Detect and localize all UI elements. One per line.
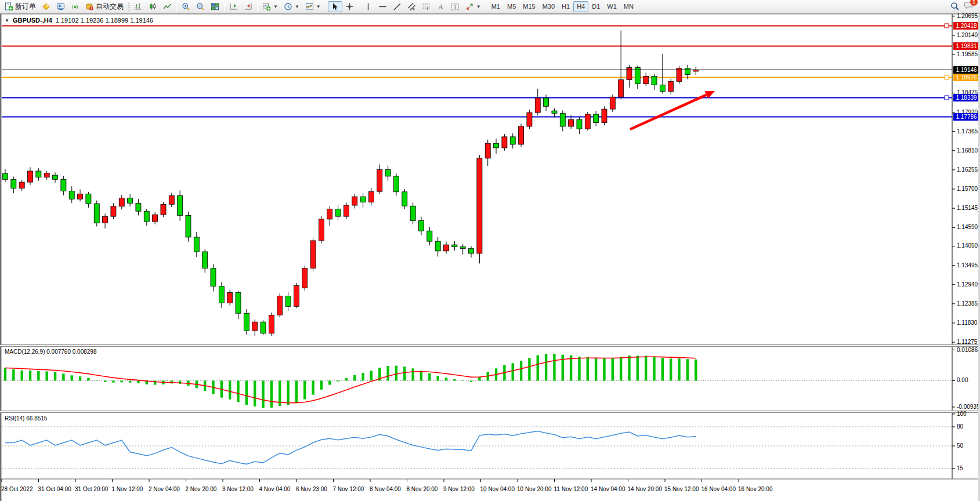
svg-text:A: A: [438, 3, 443, 11]
candle-bullish: [677, 68, 682, 82]
candle-bullish: [269, 315, 274, 333]
vertical-line-tool-button[interactable]: [361, 1, 375, 12]
auto-scroll-button[interactable]: [241, 1, 255, 12]
macd-histogram-bar: [262, 380, 264, 408]
macd-histogram-bar: [578, 357, 580, 380]
price-line-label: 1.18926: [953, 74, 979, 81]
candle-bullish: [310, 241, 316, 268]
y-axis-tick: 1.11830: [957, 320, 977, 326]
x-axis-label: 2 Nov 20:00: [186, 486, 217, 492]
candle-bullish: [343, 205, 349, 216]
x-axis-label: 1 Nov 12:00: [112, 486, 143, 492]
auto-trading-button[interactable]: 自动交易: [82, 1, 126, 12]
macd-histogram-bar: [254, 380, 256, 406]
timeframe-m15-button[interactable]: M15: [519, 1, 538, 12]
candle-bearish: [36, 171, 41, 177]
horizontal-line-tool-button[interactable]: [375, 1, 390, 12]
candle-bullish: [161, 204, 166, 215]
channel-tool-button[interactable]: E: [404, 1, 419, 12]
blue-monitor-button[interactable]: [53, 1, 68, 12]
symbol-timeframe-label: GBPUSD-,H4: [13, 17, 52, 24]
candle-bullish: [477, 158, 482, 253]
candle-bearish: [11, 179, 16, 188]
macd-histogram-bar: [353, 375, 356, 381]
macd-histogram-bar: [245, 380, 248, 405]
line-handle[interactable]: [945, 96, 949, 100]
candle-bearish: [86, 194, 91, 204]
chart-canvas[interactable]: [0, 0, 980, 501]
timeframe-m30-button[interactable]: M30: [539, 1, 558, 12]
clock-icon: [284, 2, 292, 11]
macd-histogram-bar: [587, 357, 589, 381]
line-chart-icon: [163, 2, 172, 11]
macd-histogram-bar: [229, 380, 231, 399]
signals-button[interactable]: [68, 1, 82, 12]
chart-shift-button[interactable]: [226, 1, 241, 12]
macd-histogram-bar: [112, 380, 114, 382]
macd-histogram-bar: [270, 380, 273, 408]
line-handle[interactable]: [945, 24, 949, 28]
price-line-label: 1.19831: [953, 42, 979, 50]
notifications-button[interactable]: 1: [964, 1, 974, 12]
timeframe-mn-button[interactable]: MN: [620, 1, 637, 12]
y-axis-tick: 1.12385: [957, 300, 978, 307]
candle-bearish: [452, 245, 457, 247]
macd-histogram-bar: [562, 355, 564, 381]
crosshair-tool-button[interactable]: [342, 1, 357, 12]
macd-histogram-bar: [295, 380, 298, 402]
yellow-diamond-button[interactable]: [39, 1, 53, 12]
zoom-out-button[interactable]: [193, 1, 208, 12]
text-label-tool-button[interactable]: T: [448, 1, 462, 12]
chart-window[interactable]: ▼ GBPUSD-,H4 1.19102 1.19236 1.18999 1.1…: [0, 0, 980, 501]
macd-histogram-bar: [121, 380, 123, 382]
panel-splitter-rsi[interactable]: [0, 411, 980, 413]
timeframe-m5-button[interactable]: M5: [504, 1, 519, 12]
search-icon[interactable]: [950, 2, 960, 11]
candle-bullish: [627, 68, 632, 80]
candle-bearish: [560, 113, 565, 126]
candle-bullish: [153, 215, 158, 222]
timeframe-w1-button[interactable]: W1: [603, 1, 620, 12]
toolbar-separator: [486, 2, 486, 12]
dropdown-arrow-icon: ▼: [316, 4, 321, 9]
svg-text:E: E: [413, 8, 415, 11]
macd-histogram-bar: [686, 359, 689, 380]
bar-chart-button[interactable]: [131, 1, 146, 12]
fibonacci-tool-button[interactable]: F: [419, 1, 433, 12]
candle-bullish: [78, 194, 83, 199]
line-chart-button[interactable]: [160, 1, 175, 12]
timeframe-d1-button[interactable]: D1: [588, 1, 603, 12]
period-clock-button[interactable]: ▼: [281, 1, 302, 12]
candle-bearish: [469, 249, 474, 253]
rsi-axis-label: 80: [957, 423, 963, 430]
y-axis-tick: 1.20140: [957, 32, 978, 38]
candlestick-chart-button[interactable]: [146, 1, 160, 12]
new-order-button[interactable]: 新订单: [2, 1, 39, 12]
candle-bearish: [202, 252, 208, 268]
macd-histogram-bar: [595, 358, 597, 381]
candle-bullish: [643, 76, 649, 84]
trendline-tool-button[interactable]: [390, 1, 404, 12]
tile-windows-button[interactable]: [208, 1, 222, 12]
text-tool-button[interactable]: A: [433, 1, 448, 12]
timeframe-h1-button[interactable]: H1: [558, 1, 573, 12]
price-line-label: 1.17786: [953, 113, 979, 121]
template-button[interactable]: ▼: [302, 1, 324, 12]
arrows-tool-button[interactable]: ▼: [462, 1, 484, 12]
symbol-dropdown-icon[interactable]: ▼: [5, 18, 9, 23]
x-axis-label: 6 Nov 23:00: [296, 486, 327, 492]
zoom-in-button[interactable]: [179, 1, 193, 12]
svg-text:T: T: [453, 3, 457, 10]
line-handle[interactable]: [945, 75, 949, 79]
panel-splitter-macd[interactable]: [0, 344, 980, 347]
signal-waves-icon: [71, 2, 79, 11]
timeframe-m1-button[interactable]: M1: [488, 1, 504, 12]
text-label-icon: T: [451, 2, 460, 11]
timeframe-h4-button[interactable]: H4: [573, 1, 588, 12]
candle-bearish: [577, 119, 582, 129]
toolbar-grip: [128, 2, 130, 11]
add-object-button[interactable]: ▼: [259, 1, 281, 12]
cursor-tool-button[interactable]: [328, 1, 342, 12]
macd-histogram-bar: [62, 373, 64, 380]
macd-axis-label: -0.009358: [957, 404, 980, 410]
